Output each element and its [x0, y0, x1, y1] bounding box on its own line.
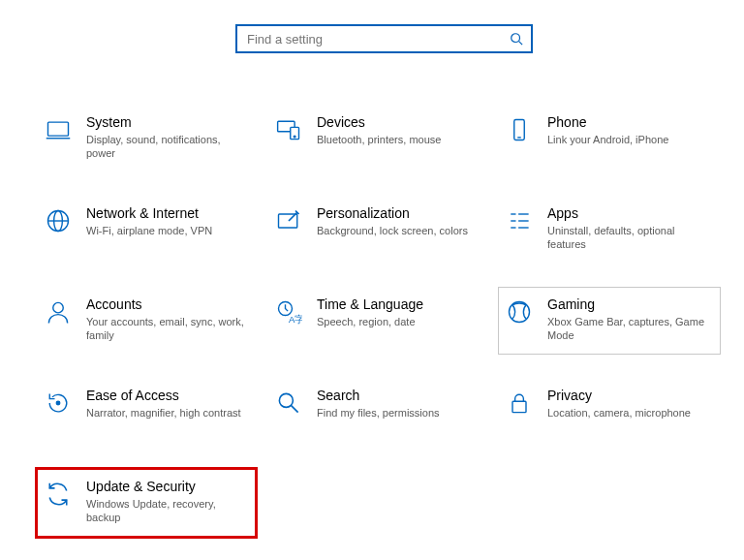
tile-time-language[interactable]: A字 Time & Language Speech, region, date — [267, 287, 490, 355]
tile-title: Gaming — [547, 296, 708, 313]
svg-point-22 — [510, 302, 530, 323]
tile-desc: Xbox Game Bar, captures, Game Mode — [547, 315, 708, 342]
tile-desc: Display, sound, notifications, power — [86, 133, 247, 160]
tile-title: Personalization — [317, 204, 478, 222]
phone-icon — [505, 115, 534, 144]
tile-ease-of-access[interactable]: Ease of Access Narrator, magnifier, high… — [37, 378, 260, 446]
tile-title: Time & Language — [317, 296, 478, 313]
search-box[interactable] — [235, 24, 533, 53]
tile-title: Search — [317, 387, 478, 404]
time-language-icon: A字 — [274, 297, 303, 327]
person-icon — [44, 297, 73, 327]
devices-icon — [274, 115, 303, 144]
tile-desc: Link your Android, iPhone — [547, 133, 708, 146]
tile-phone[interactable]: Phone Link your Android, iPhone — [498, 105, 721, 172]
tile-desc: Background, lock screen, colors — [317, 224, 478, 237]
tile-desc: Location, camera, microphone — [547, 406, 708, 420]
tile-accounts[interactable]: Accounts Your accounts, email, sync, wor… — [37, 287, 260, 355]
svg-point-23 — [56, 401, 60, 405]
personalization-icon — [274, 206, 303, 235]
system-icon — [44, 115, 73, 144]
tile-desc: Uninstall, defaults, optional features — [547, 224, 708, 251]
tile-update-security[interactable]: Update & Security Windows Update, recove… — [35, 467, 258, 539]
tile-title: System — [86, 113, 247, 131]
search-icon — [510, 32, 523, 46]
tile-title: Devices — [317, 113, 478, 131]
lock-icon — [505, 389, 534, 418]
apps-icon — [505, 206, 534, 235]
magnifier-icon — [274, 389, 303, 418]
gaming-icon — [505, 297, 534, 327]
ease-of-access-icon — [44, 389, 73, 418]
globe-icon — [44, 206, 73, 235]
svg-point-0 — [512, 34, 520, 43]
tile-title: Privacy — [547, 387, 708, 404]
tile-devices[interactable]: Devices Bluetooth, printers, mouse — [267, 105, 490, 172]
settings-grid: System Display, sound, notifications, po… — [37, 105, 732, 560]
sync-icon — [44, 480, 73, 509]
tile-search[interactable]: Search Find my files, permissions — [267, 378, 490, 446]
tile-title: Network & Internet — [86, 204, 247, 222]
search-input[interactable] — [245, 31, 510, 47]
svg-point-24 — [279, 393, 293, 407]
tile-title: Ease of Access — [86, 387, 247, 404]
tile-desc: Speech, region, date — [317, 315, 478, 328]
tile-apps[interactable]: Apps Uninstall, defaults, optional featu… — [498, 196, 721, 264]
tile-privacy[interactable]: Privacy Location, camera, microphone — [498, 378, 721, 446]
svg-point-6 — [294, 136, 295, 138]
tile-title: Update & Security — [86, 478, 243, 495]
tile-desc: Bluetooth, printers, mouse — [317, 133, 478, 146]
tile-title: Phone — [547, 113, 708, 131]
svg-line-25 — [292, 406, 298, 413]
svg-text:A字: A字 — [289, 314, 302, 325]
tile-desc: Find my files, permissions — [317, 406, 478, 420]
settings-home: System Display, sound, notifications, po… — [0, 0, 744, 560]
tile-desc: Your accounts, email, sync, work, family — [86, 315, 247, 342]
tile-network[interactable]: Network & Internet Wi-Fi, airplane mode,… — [37, 196, 260, 264]
tile-desc: Narrator, magnifier, high contrast — [86, 406, 247, 420]
tile-desc: Wi-Fi, airplane mode, VPN — [86, 224, 247, 237]
tile-title: Accounts — [86, 296, 247, 313]
tile-personalization[interactable]: Personalization Background, lock screen,… — [267, 196, 490, 264]
svg-rect-26 — [512, 401, 526, 412]
tile-desc: Windows Update, recovery, backup — [86, 497, 243, 524]
svg-rect-2 — [48, 122, 69, 136]
tile-title: Apps — [547, 204, 708, 222]
svg-line-1 — [519, 42, 523, 46]
svg-point-19 — [53, 302, 64, 313]
tile-gaming[interactable]: Gaming Xbox Game Bar, captures, Game Mod… — [498, 287, 721, 355]
tile-system[interactable]: System Display, sound, notifications, po… — [37, 105, 260, 172]
